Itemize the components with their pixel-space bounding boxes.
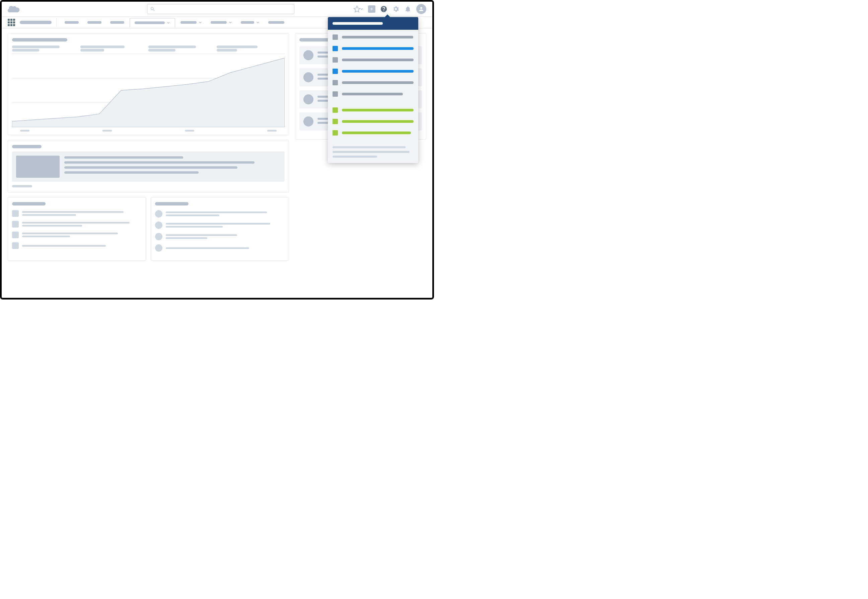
list-item[interactable] — [155, 233, 285, 240]
link-icon — [332, 107, 338, 113]
link-icon — [332, 119, 338, 124]
panel-b — [151, 197, 289, 261]
nav-item-6[interactable] — [237, 20, 263, 26]
star-icon — [353, 5, 361, 13]
item-icon — [12, 232, 19, 238]
x-tick — [103, 130, 112, 131]
chart-title — [12, 38, 67, 42]
global-add-button[interactable] — [368, 5, 375, 13]
avatar-icon — [155, 244, 162, 251]
avatar — [303, 94, 314, 104]
footer-text — [332, 146, 406, 148]
link-icon — [332, 69, 338, 74]
avatar-icon — [155, 233, 162, 240]
panel-a — [8, 197, 146, 261]
bottom-panels — [8, 197, 289, 261]
link-icon — [332, 35, 338, 40]
link-icon — [332, 91, 338, 97]
nav-item-0[interactable] — [61, 20, 82, 25]
chevron-down-icon — [360, 8, 363, 11]
help-link[interactable] — [332, 130, 414, 135]
item-icon — [12, 242, 19, 249]
chevron-down-icon — [199, 21, 202, 24]
item-icon — [12, 221, 19, 227]
global-header — [2, 2, 432, 17]
chart-summary-columns — [12, 45, 285, 52]
link-icon — [332, 130, 338, 135]
help-link[interactable] — [332, 69, 414, 74]
list-item[interactable] — [155, 221, 285, 229]
help-link[interactable] — [332, 35, 414, 40]
avatar — [303, 50, 314, 60]
avatar-icon — [155, 221, 162, 229]
panel-a-title — [12, 202, 45, 205]
media-card-footer[interactable] — [12, 185, 32, 187]
list-item[interactable] — [12, 221, 142, 227]
chevron-down-icon — [229, 21, 232, 24]
search-input[interactable] — [147, 4, 294, 14]
media-card — [8, 140, 289, 193]
link-icon — [332, 46, 338, 51]
popover-title — [332, 22, 383, 25]
nav-tabs — [61, 18, 288, 27]
avatar-icon — [155, 210, 162, 218]
list-item[interactable] — [12, 242, 142, 249]
nav-item-7[interactable] — [265, 20, 288, 25]
avatar — [303, 116, 314, 126]
help-link[interactable] — [332, 80, 414, 85]
help-link[interactable] — [332, 119, 414, 124]
plus-icon — [369, 7, 374, 11]
x-tick — [20, 130, 29, 131]
list-item[interactable] — [155, 244, 285, 251]
help-link[interactable] — [332, 91, 414, 97]
item-icon — [12, 210, 19, 217]
salesforce-logo — [8, 5, 20, 13]
profile-avatar[interactable] — [416, 4, 426, 14]
chart-col-1 — [80, 45, 149, 52]
header-utility-icons — [353, 4, 426, 14]
nav-divider — [56, 18, 57, 27]
person-icon — [418, 6, 424, 12]
footer-text — [332, 151, 409, 153]
panel-b-title — [155, 202, 189, 205]
nav-item-1[interactable] — [84, 20, 105, 25]
help-link[interactable] — [332, 107, 414, 113]
popover-footer — [332, 146, 414, 158]
list-item[interactable] — [12, 232, 142, 238]
nav-item-4[interactable] — [177, 20, 205, 26]
media-card-title — [12, 145, 42, 148]
chart-card — [8, 33, 289, 135]
media-text — [64, 156, 281, 178]
media-card-body[interactable] — [12, 152, 285, 182]
chart-col-0 — [12, 45, 80, 52]
list-item[interactable] — [12, 210, 142, 217]
chart-x-axis — [12, 127, 285, 131]
nav-item-5[interactable] — [207, 20, 235, 26]
app-launcher-button[interactable] — [8, 19, 15, 26]
help-link[interactable] — [332, 57, 414, 63]
x-tick — [267, 130, 276, 131]
link-icon — [332, 57, 338, 63]
help-popover — [328, 17, 418, 163]
list-item[interactable] — [155, 210, 285, 218]
bell-icon[interactable] — [404, 5, 412, 13]
chart-col-2 — [148, 45, 217, 52]
app-name — [20, 21, 51, 24]
gear-icon[interactable] — [392, 5, 400, 13]
nav-item-3[interactable] — [130, 18, 175, 27]
left-column — [8, 33, 289, 261]
footer-text — [332, 156, 377, 158]
nav-item-2[interactable] — [107, 20, 128, 25]
help-link[interactable] — [332, 46, 414, 51]
chevron-down-icon — [256, 21, 260, 24]
popover-body — [328, 30, 418, 163]
x-tick — [185, 130, 194, 131]
media-thumbnail — [16, 156, 60, 178]
avatar — [303, 72, 314, 82]
area-chart — [12, 54, 285, 127]
global-search — [147, 4, 294, 14]
chart-plot-area — [12, 54, 285, 127]
favorites-menu[interactable] — [353, 5, 363, 13]
help-icon[interactable] — [380, 5, 388, 13]
chevron-down-icon — [167, 21, 170, 24]
